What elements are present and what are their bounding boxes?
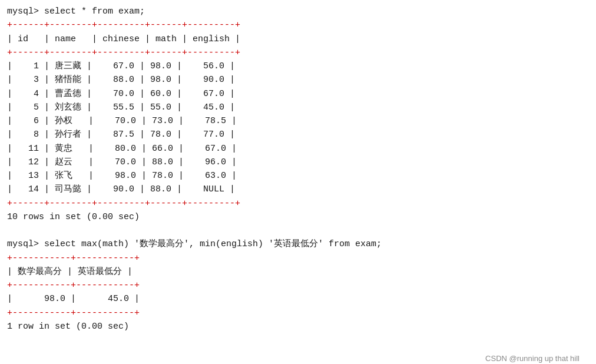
query2-header: | 数学最高分 | 英语最低分 | [7, 267, 133, 277]
query2-sep-top: +-----------+-----------+ [7, 253, 140, 263]
query1-header: | id | name | chinese | math | english | [7, 34, 240, 44]
query2-prompt: mysql> select max(math) '数学最高分', min(eng… [7, 239, 382, 249]
query2-rows: | 98.0 | 45.0 | [7, 294, 140, 304]
watermark-text: CSDN @running up that hill [485, 354, 580, 363]
query2-result: 1 row in set (0.00 sec) [7, 322, 129, 332]
query1-sep-bot: +------+--------+---------+------+------… [7, 198, 240, 209]
terminal-window: mysql> select * from exam; +------+-----… [7, 5, 589, 364]
query2-sep-bot: +-----------+-----------+ [7, 308, 140, 318]
query1-sep-mid: +------+--------+---------+------+------… [7, 48, 240, 58]
query1-sep-top: +------+--------+---------+------+------… [7, 20, 240, 30]
terminal-content: mysql> select * from exam; +------+-----… [7, 5, 589, 333]
query1-result: 10 rows in set (0.00 sec) [7, 212, 140, 222]
query1-prompt: mysql> select * from exam; [7, 6, 145, 16]
query1-rows: | 1 | 唐三藏 | 67.0 | 98.0 | 56.0 | | 3 | 猪… [7, 61, 237, 194]
query2-sep-mid: +-----------+-----------+ [7, 280, 140, 290]
